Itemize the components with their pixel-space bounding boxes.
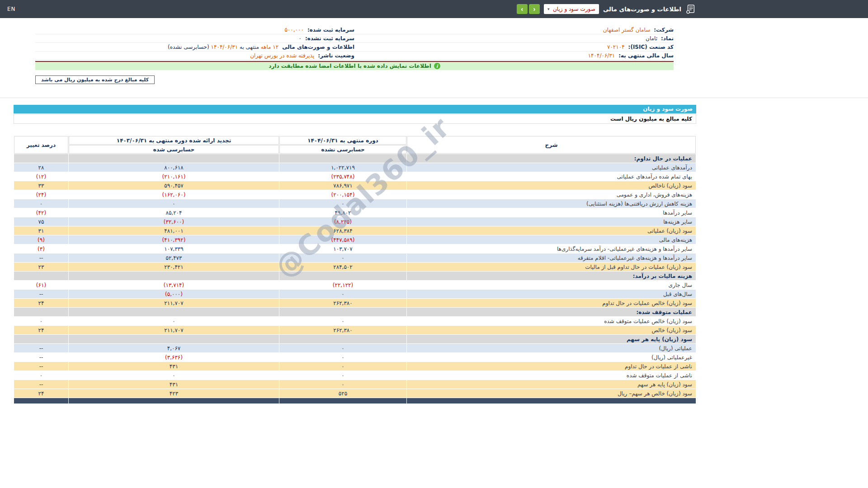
value-current-period: ۴۹,۸۰۲: [279, 208, 406, 217]
value-percent-change: (۶۱): [14, 281, 68, 289]
row-label: ناشی از عملیات متوقف شده: [407, 371, 696, 380]
report-nav-buttons: › ‹: [517, 4, 540, 14]
info-value: منتهی به: [240, 44, 259, 50]
value-current-period: (۲۰۰,۱۵۴): [279, 190, 406, 199]
row-label: عملیات در حال تداوم:: [407, 154, 696, 163]
value-percent-change: [14, 154, 68, 163]
prev-report-button[interactable]: ‹: [517, 4, 528, 14]
section-row: عملیات در حال تداوم:: [14, 154, 696, 163]
col-header-percent-change: درصد تغییر: [14, 136, 68, 154]
language-toggle-en[interactable]: EN: [7, 6, 16, 12]
value-prior-period: ۱۰۷,۳۳۹: [69, 244, 279, 253]
value-prior-period: ۵۹۰,۴۵۷: [69, 181, 279, 190]
value-current-period: [279, 398, 406, 404]
row-label: سال جاری: [407, 281, 696, 289]
value-current-period: ۰: [279, 380, 406, 389]
row-label: عملیاتی (ریال): [407, 344, 696, 352]
value-percent-change: ۲۴: [14, 326, 68, 334]
info-value: ۵۰۰,۰۰۰: [284, 27, 304, 33]
info-label: کد صنعت (ISIC):: [628, 44, 674, 50]
value-current-period: ۰: [279, 317, 406, 325]
info-value: ۱۲ ماهه: [261, 44, 279, 50]
income-statement-section: صورت سود و زیان کلیه مبالغ به میلیون ریا…: [14, 105, 696, 404]
value-percent-change: (۲۴): [14, 190, 68, 199]
value-percent-change: --: [14, 253, 68, 262]
row-label: سود (زیان) خالص عملیات در حال تداوم: [407, 299, 696, 307]
info-value: ۱۴۰۴/۰۶/۳۱: [588, 52, 615, 59]
info-value: سامان گستر اصفهان: [603, 27, 651, 33]
value-prior-period: ۲۱۱,۷۰۷: [69, 326, 279, 334]
col-subheader-prior-audit-status: حسابرسی شده: [69, 145, 279, 154]
value-current-period: ۰: [279, 344, 406, 352]
value-percent-change: (۳): [14, 244, 68, 253]
value-percent-change: --: [14, 353, 68, 361]
value-percent-change: ۰: [14, 371, 68, 380]
statement-row: سود (زیان) پایه هر سهم۰۴۳۱--: [14, 380, 696, 389]
value-prior-period: ۸۵,۲۰۴: [69, 208, 279, 217]
section-row: سود (زیان) پایه هر سهم: [14, 335, 696, 343]
company-info-item: سرمایه ثبت شده:۵۰۰,۰۰۰: [35, 26, 354, 34]
company-info-section: شرکت:سامان گستر اصفهان سرمایه ثبت شده:۵۰…: [35, 26, 674, 60]
value-current-period: ۰: [279, 290, 406, 298]
row-label: سود (زیان) خالص: [407, 326, 696, 334]
value-current-period: ۲۶۲,۳۸۰: [279, 299, 406, 307]
value-prior-period: [69, 154, 279, 163]
info-label: سرمایه ثبت شده:: [307, 27, 354, 33]
statement-row: سود (زیان) خالص۲۶۲,۳۸۰۲۱۱,۷۰۷۲۴: [14, 326, 696, 334]
report-type-dropdown[interactable]: صورت سود و زیان ▾: [544, 4, 599, 14]
value-current-period: ۰: [279, 253, 406, 262]
value-current-period: ۷۸۶,۹۷۱: [279, 181, 406, 190]
value-prior-period: (۳,۶۳۶): [69, 353, 279, 361]
value-percent-change: --: [14, 344, 68, 352]
statement-row: هزینه کاهش ارزش دریافتنی‌ها (هزینه استثن…: [14, 199, 696, 208]
statement-row: بهای تمام شده درآمدهای عملیاتی(۲۳۵,۷۴۸)(…: [14, 172, 696, 181]
value-current-period: ۲۶۲,۳۸۰: [279, 326, 406, 334]
statement-row: [14, 398, 696, 404]
value-prior-period: (۳۲,۶۰۰): [69, 217, 279, 226]
value-prior-period: [69, 272, 279, 280]
statement-row: ناشی از عملیات در حال تداوم۰۴۳۱--: [14, 362, 696, 371]
company-info-item: نماد:ثامان: [354, 34, 674, 43]
section-row: عملیات متوقف شده:: [14, 308, 696, 316]
row-label: ناشی از عملیات در حال تداوم: [407, 362, 696, 371]
value-percent-change: ۲۳: [14, 263, 68, 271]
report-type-selected-value: صورت سود و زیان: [553, 6, 595, 12]
statement-row: سود (زیان) ناخالص۷۸۶,۹۷۱۵۹۰,۴۵۷۳۳: [14, 181, 696, 190]
value-prior-period: ۴۳۱: [69, 380, 279, 389]
value-current-period: ۶۲۸,۳۸۴: [279, 226, 406, 235]
info-value: پذیرفته شده در بورس تهران: [250, 52, 314, 59]
value-current-period: (۴۴۷,۵۸۹): [279, 235, 406, 244]
row-label: هزینه مالیات بر درآمد:: [407, 272, 696, 280]
statement-row: سایر درآمدها و هزینه‌های غیرعملیاتی- درآ…: [14, 244, 696, 253]
statement-row: سود (زیان) عملیاتی۶۲۸,۳۸۴۴۸۱,۰۰۱۳۱: [14, 226, 696, 235]
value-percent-change: ۷۵: [14, 217, 68, 226]
section-row: هزینه مالیات بر درآمد:: [14, 272, 696, 280]
statement-row: درآمدهای عملیاتی۱,۰۲۲,۷۱۹۸۰۰,۶۱۸۲۸: [14, 163, 696, 172]
value-prior-period: ۲۱۱,۷۰۷: [69, 299, 279, 307]
value-current-period: ۰: [279, 362, 406, 371]
statement-row: سود (زیان) خالص هر سهم– ریال۵۲۵۴۲۳۲۴: [14, 389, 696, 398]
million-rial-note: کلیه مبالغ درج شده به میلیون ریال می باش…: [35, 75, 155, 84]
value-prior-period: ۴۲۳: [69, 389, 279, 398]
value-current-period: [279, 335, 406, 343]
row-label: سایر درآمدها و هزینه‌های غیرعملیاتی- درآ…: [407, 244, 696, 253]
value-current-period: (۲۲,۱۲۲): [279, 281, 406, 289]
value-current-period: (۲۳۵,۷۴۸): [279, 172, 406, 181]
value-percent-change: --: [14, 380, 68, 389]
value-prior-period: (۱۳,۷۱۴): [69, 281, 279, 289]
row-label: سود (زیان) خالص هر سهم– ریال: [407, 389, 696, 398]
company-info-item: کد صنعت (ISIC):۷۰۲۱۰۴: [354, 43, 674, 52]
next-report-button[interactable]: ›: [529, 4, 540, 14]
value-prior-period: ۴۳۱: [69, 362, 279, 371]
row-label: سایر درآمدها: [407, 208, 696, 217]
statement-row: سود (زیان) عملیات در حال تداوم قبل از ما…: [14, 263, 696, 271]
value-current-period: ۵۲۵: [279, 389, 406, 398]
info-value: ۱۴۰۴/۰۶/۳۱: [211, 44, 238, 50]
row-label: سود (زیان) عملیات در حال تداوم قبل از ما…: [407, 263, 696, 271]
row-label: درآمدهای عملیاتی: [407, 163, 696, 172]
row-label: سود (زیان) خالص عملیات متوقف شده: [407, 317, 696, 325]
value-prior-period: (۲۱۰,۱۶۱): [69, 172, 279, 181]
info-value: (حسابرسی نشده): [168, 44, 209, 50]
row-label: هزینه کاهش ارزش دریافتنی‌ها (هزینه استثن…: [407, 199, 696, 208]
info-label: شرکت:: [654, 27, 674, 33]
